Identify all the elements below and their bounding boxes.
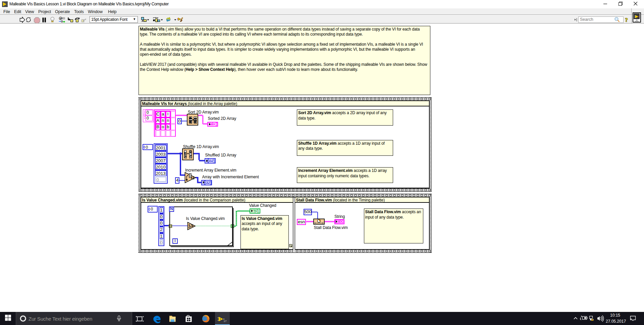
svg-text:2: 2: [190, 150, 191, 153]
svg-text:17: 17: [224, 320, 227, 323]
svg-text:2: 2: [185, 152, 186, 154]
svg-text:+1: +1: [191, 176, 195, 180]
svg-text:!: !: [592, 319, 593, 321]
